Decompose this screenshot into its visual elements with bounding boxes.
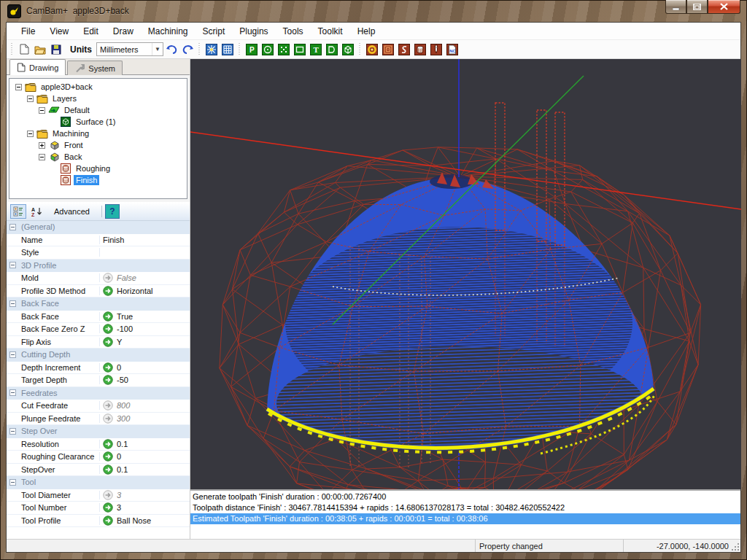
text-icon[interactable]: T: [309, 42, 323, 57]
property-row-back-face-zero-z[interactable]: Back Face Zero Z-100: [7, 323, 190, 336]
tree-expander-minus[interactable]: [15, 84, 22, 90]
tree-item-apple3d-back[interactable]: apple3D+back: [9, 81, 187, 93]
tree-item-front[interactable]: Front: [9, 139, 187, 151]
tab-system[interactable]: System: [67, 61, 123, 75]
advanced-button[interactable]: Advanced: [48, 204, 96, 219]
category-collapse-icon[interactable]: [9, 262, 16, 268]
menu-file[interactable]: File: [14, 24, 42, 39]
undo-icon[interactable]: [164, 42, 179, 57]
property-row-profile-3d-method[interactable]: Profile 3D MethodHorizontal: [7, 285, 190, 298]
category-collapse-icon[interactable]: [9, 479, 16, 486]
menu-tools[interactable]: Tools: [276, 24, 311, 39]
property-row-tool-number[interactable]: Tool Number3: [7, 502, 190, 515]
property-row-resolution[interactable]: Resolution0.1: [7, 438, 190, 451]
tree-expander-minus[interactable]: [27, 96, 34, 102]
viewport-3d[interactable]: [190, 59, 741, 489]
tree-expander-minus[interactable]: [27, 131, 34, 137]
property-value[interactable]: Horizontal: [100, 286, 190, 296]
property-value[interactable]: -100: [100, 324, 190, 334]
tree-item-machining[interactable]: Machining: [9, 128, 187, 139]
titlebar[interactable]: CamBam+ apple3D+back: [0, 0, 747, 22]
property-category-feedrates[interactable]: Feedrates: [7, 387, 190, 400]
category-collapse-icon[interactable]: [9, 389, 16, 396]
property-value[interactable]: 0.1: [100, 439, 190, 449]
property-value[interactable]: 3: [100, 490, 190, 500]
property-value[interactable]: Y: [100, 337, 190, 347]
tree-expander-plus[interactable]: [39, 142, 45, 149]
drill-mop-icon[interactable]: [413, 42, 427, 57]
property-row-roughing-clearance[interactable]: Roughing Clearance0: [7, 451, 190, 464]
maximize-button[interactable]: [686, 0, 708, 14]
menu-draw[interactable]: Draw: [106, 24, 141, 39]
default-value-icon[interactable]: [103, 273, 113, 283]
property-value[interactable]: Finish: [100, 236, 190, 244]
property-category--general-[interactable]: (General): [7, 221, 190, 234]
close-button[interactable]: [708, 0, 740, 14]
polyline-icon[interactable]: P: [244, 42, 259, 57]
category-collapse-icon[interactable]: [9, 351, 16, 358]
default-value-icon[interactable]: [103, 413, 113, 424]
default-value-icon[interactable]: [103, 490, 113, 500]
circle-icon[interactable]: [260, 42, 275, 57]
tree-item-default[interactable]: Default: [9, 104, 187, 116]
minimize-button[interactable]: [665, 0, 686, 14]
grid-icon[interactable]: [220, 42, 235, 57]
menu-script[interactable]: Script: [196, 24, 233, 39]
tree-item-layers[interactable]: Layers: [9, 93, 187, 104]
tree-item-roughing[interactable]: Roughing: [9, 163, 187, 174]
log-line[interactable]: Estimated Toolpath 'Finish' duration : 0…: [190, 513, 740, 524]
pocket-mop-icon[interactable]: [381, 42, 395, 57]
log-line[interactable]: Generate toolpath 'Finish' duration : 00…: [190, 491, 740, 502]
points-icon[interactable]: [276, 42, 291, 57]
tree-expander-minus[interactable]: [39, 107, 45, 114]
property-row-tool-diameter[interactable]: Tool Diameter3: [7, 489, 190, 502]
property-grid[interactable]: (General)NameFinishStyle3D ProfileMoldFa…: [7, 221, 190, 539]
menu-view[interactable]: View: [42, 24, 76, 39]
property-row-name[interactable]: NameFinish: [7, 234, 190, 247]
menu-edit[interactable]: Edit: [76, 24, 106, 39]
arc-icon[interactable]: [325, 42, 339, 57]
property-row-cut-feedrate[interactable]: Cut Feedrate800: [7, 400, 190, 413]
tree-item-back[interactable]: Back: [9, 151, 187, 163]
open-file-icon[interactable]: [33, 42, 47, 57]
property-value[interactable]: 300: [100, 413, 190, 424]
property-value[interactable]: 0.1: [100, 464, 190, 475]
property-row-plunge-feedrate[interactable]: Plunge Feedrate300: [7, 413, 190, 426]
tree-expander-minus[interactable]: [39, 154, 45, 160]
engrave-mop-icon[interactable]: [397, 42, 411, 57]
property-category-cutting-depth[interactable]: Cutting Depth: [7, 349, 190, 362]
tree-item-finish[interactable]: Finish: [9, 174, 187, 186]
set-value-icon[interactable]: [103, 439, 113, 449]
property-row-tool-profile[interactable]: Tool ProfileBall Nose: [7, 515, 190, 528]
property-row-style[interactable]: Style: [7, 246, 190, 260]
set-value-icon[interactable]: [103, 502, 113, 513]
tab-drawing[interactable]: Drawing: [9, 59, 66, 75]
property-value[interactable]: Ball Nose: [100, 516, 190, 526]
menu-plugins[interactable]: Plugins: [232, 24, 275, 39]
property-row-mold[interactable]: MoldFalse: [7, 272, 190, 285]
property-row-depth-increment[interactable]: Depth Increment0: [7, 362, 190, 375]
snap-icon[interactable]: [204, 42, 219, 57]
property-value[interactable]: 3: [100, 502, 190, 513]
property-row-back-face[interactable]: Back FaceTrue: [7, 311, 190, 324]
alphabetical-sort-button[interactable]: AZ: [29, 204, 45, 219]
property-category-back-face[interactable]: Back Face: [7, 298, 190, 311]
property-value[interactable]: False: [100, 273, 190, 283]
property-value[interactable]: True: [100, 311, 190, 322]
category-collapse-icon[interactable]: [9, 428, 16, 435]
property-category-tool[interactable]: Tool: [7, 476, 190, 489]
resize-grip[interactable]: [731, 542, 740, 551]
category-collapse-icon[interactable]: [9, 224, 16, 230]
new-file-icon[interactable]: [17, 42, 31, 57]
rectangle-icon[interactable]: [293, 42, 307, 57]
property-category-3d-profile[interactable]: 3D Profile: [7, 260, 190, 273]
property-value[interactable]: 0: [100, 362, 190, 373]
help-button[interactable]: ?: [105, 204, 120, 219]
set-value-icon[interactable]: [103, 324, 113, 334]
units-select[interactable]: Millimeters▼: [96, 42, 163, 56]
save-file-icon[interactable]: [49, 42, 63, 57]
property-value[interactable]: 800: [100, 400, 190, 411]
set-value-icon[interactable]: [103, 311, 113, 322]
message-log[interactable]: Generate toolpath 'Finish' duration : 00…: [190, 491, 740, 539]
tree-item-surface-1-[interactable]: Surface (1): [9, 116, 187, 128]
